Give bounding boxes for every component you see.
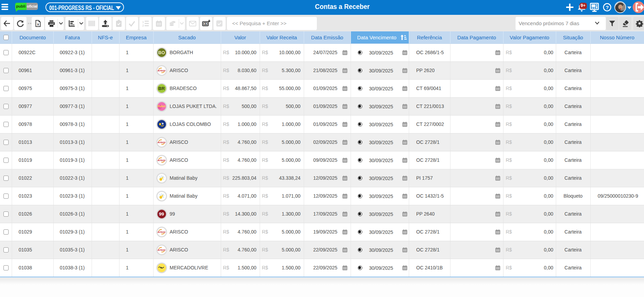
svg-text:2: 2	[142, 24, 144, 27]
svg-text:$: $	[205, 22, 206, 26]
svg-text:Arisco: Arisco	[157, 248, 166, 251]
svg-text:Arisco: Arisco	[157, 230, 166, 234]
svg-text:x: x	[37, 22, 39, 26]
svg-text:Arisco: Arisco	[157, 141, 166, 144]
svg-text:1: 1	[142, 20, 144, 24]
svg-text:Arisco: Arisco	[157, 159, 166, 162]
svg-text:Arisco: Arisco	[157, 69, 166, 72]
svg-text:?: ?	[605, 4, 609, 10]
